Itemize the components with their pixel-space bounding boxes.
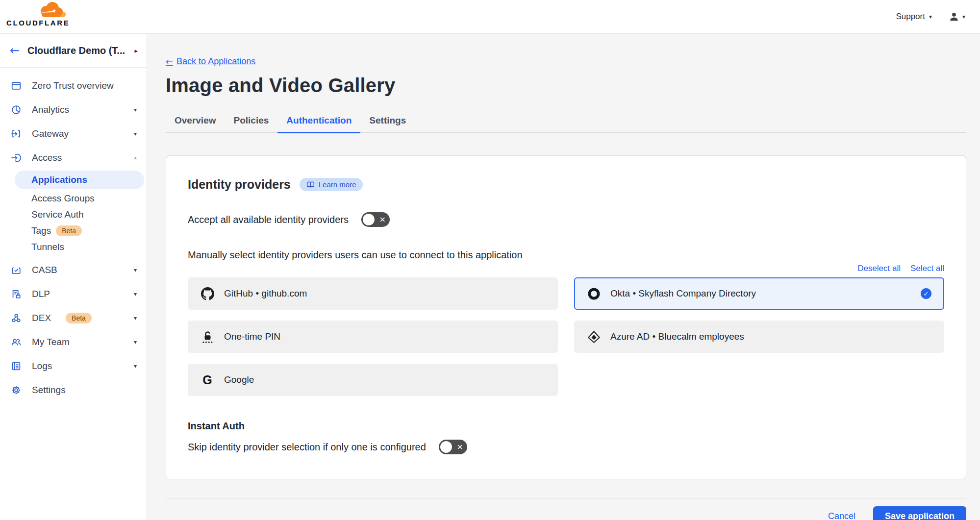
overview-icon (10, 80, 22, 92)
save-application-button[interactable]: Save application (873, 506, 966, 520)
provider-name: Google (224, 374, 254, 385)
logs-icon (10, 360, 22, 372)
tab-bar: Overview Policies Authentication Setting… (166, 110, 966, 133)
sidebar-item-applications[interactable]: Applications (15, 171, 144, 189)
back-arrow-icon[interactable]: ← (10, 45, 20, 56)
instant-auth-toggle-label: Skip identity provider selection if only… (188, 442, 426, 453)
instant-auth-toggle[interactable]: × (439, 440, 467, 454)
chevron-right-icon[interactable]: ▸ (134, 47, 138, 54)
azure-ad-icon (587, 330, 601, 344)
account-title: Cloudflare Demo (T... (27, 45, 126, 56)
close-icon: × (456, 443, 463, 451)
cloudflare-logo[interactable]: CLOUDFLARE (0, 0, 108, 34)
select-all-link[interactable]: Select all (910, 264, 944, 273)
provider-name: GitHub • github.com (224, 288, 307, 299)
provider-name: One-time PIN (224, 331, 280, 342)
provider-tile-google[interactable]: G Google (188, 364, 558, 396)
main-content: ← Back to Applications Image and Video G… (147, 34, 980, 520)
sidebar-item-tunnels[interactable]: Tunnels (0, 239, 147, 255)
sidebar-item-settings[interactable]: Settings (0, 378, 147, 402)
user-account-menu[interactable]: ▾ (949, 11, 965, 22)
provider-tile-azure-ad[interactable]: Azure AD • Bluecalm employees (574, 321, 944, 353)
access-icon (10, 152, 22, 164)
chevron-down-icon[interactable]: ▾ (134, 363, 137, 370)
learn-more-badge[interactable]: Learn more (300, 178, 363, 191)
accept-all-toggle[interactable]: × (361, 212, 390, 227)
chevron-down-icon[interactable]: ▾ (134, 339, 137, 346)
team-icon (10, 336, 22, 348)
sidebar-item-casb[interactable]: CASB ▾ (0, 258, 147, 282)
top-bar: CLOUDFLARE Support ▾ ▾ (0, 0, 980, 34)
brand-wordmark: CLOUDFLARE (6, 19, 70, 27)
gateway-icon (10, 128, 22, 140)
chevron-down-icon[interactable]: ▾ (134, 267, 137, 273)
sidebar-nav: Zero Trust overview Analytics ▾ Gateway … (0, 68, 147, 402)
sidebar-item-analytics[interactable]: Analytics ▾ (0, 98, 147, 122)
okta-icon (587, 287, 601, 300)
support-label: Support (896, 12, 925, 22)
page-title: Image and Video Gallery (166, 74, 966, 97)
tab-authentication[interactable]: Authentication (277, 110, 360, 132)
provider-tile-github[interactable]: GitHub • github.com (188, 277, 558, 310)
chevron-up-icon[interactable]: ▴ (134, 154, 137, 161)
deselect-all-link[interactable]: Deselect all (857, 264, 901, 273)
back-to-applications-link[interactable]: ← Back to Applications (166, 56, 255, 67)
sidebar-item-tags[interactable]: Tags Beta (0, 223, 147, 239)
casb-icon (10, 264, 22, 276)
tab-settings[interactable]: Settings (360, 110, 415, 132)
toggle-knob (363, 214, 375, 225)
instant-auth-heading: Instant Auth (188, 421, 944, 432)
one-time-pin-icon (201, 330, 214, 344)
sidebar: ← Cloudflare Demo (T... ▸ Zero Trust ove… (0, 34, 147, 520)
chevron-down-icon[interactable]: ▾ (134, 315, 137, 322)
close-icon: × (379, 216, 386, 223)
gear-icon (10, 384, 22, 396)
github-icon (201, 287, 214, 300)
sidebar-item-dlp[interactable]: DLP ▾ (0, 282, 147, 306)
google-icon: G (201, 373, 214, 387)
provider-tile-one-time-pin[interactable]: One-time PIN (188, 321, 558, 353)
chevron-down-icon: ▾ (929, 13, 932, 20)
support-menu[interactable]: Support ▾ (896, 12, 932, 22)
provider-grid: GitHub • github.com Okta • Skyflash Comp… (188, 277, 944, 396)
sidebar-item-access-groups[interactable]: Access Groups (0, 190, 147, 206)
cloudflare-cloud-icon (36, 2, 69, 19)
cancel-button[interactable]: Cancel (828, 511, 855, 520)
chevron-down-icon[interactable]: ▾ (134, 130, 137, 137)
sidebar-item-my-team[interactable]: My Team ▾ (0, 330, 147, 354)
tab-overview[interactable]: Overview (166, 110, 225, 132)
chevron-down-icon[interactable]: ▾ (134, 291, 137, 297)
beta-badge: Beta (66, 313, 92, 323)
sidebar-item-zero-trust-overview[interactable]: Zero Trust overview (0, 74, 147, 98)
accept-all-toggle-label: Accept all available identity providers (188, 214, 349, 225)
sidebar-item-access[interactable]: Access ▴ (0, 146, 147, 170)
account-switcher[interactable]: ← Cloudflare Demo (T... ▸ (0, 34, 147, 68)
provider-name: Okta • Skyflash Company Directory (610, 288, 756, 299)
sidebar-item-gateway[interactable]: Gateway ▾ (0, 122, 147, 146)
sidebar-item-dex[interactable]: DEX Beta ▾ (0, 306, 147, 330)
user-avatar-icon (949, 11, 959, 22)
sidebar-item-logs[interactable]: Logs ▾ (0, 354, 147, 378)
manual-select-text: Manually select identity providers users… (188, 249, 944, 261)
sidebar-item-service-auth[interactable]: Service Auth (0, 206, 147, 223)
footer-actions: Cancel Save application (166, 498, 966, 520)
provider-tile-okta[interactable]: Okta • Skyflash Company Directory ✓ (574, 277, 944, 310)
chevron-down-icon[interactable]: ▾ (134, 106, 137, 113)
dlp-icon (10, 288, 22, 300)
tab-policies[interactable]: Policies (225, 110, 278, 132)
chevron-down-icon: ▾ (962, 13, 965, 20)
selected-check-icon: ✓ (921, 288, 931, 299)
book-icon (306, 181, 315, 188)
provider-name: Azure AD • Bluecalm employees (610, 331, 744, 342)
access-submenu: Applications Access Groups Service Auth … (0, 170, 147, 258)
analytics-icon (10, 104, 22, 116)
dex-icon (10, 312, 22, 324)
card-heading: Identity providers (188, 177, 291, 192)
beta-badge: Beta (56, 225, 82, 236)
identity-providers-card: Identity providers Learn more Accept all… (166, 155, 966, 479)
back-arrow-icon: ← (166, 56, 173, 67)
toggle-knob (440, 441, 452, 453)
